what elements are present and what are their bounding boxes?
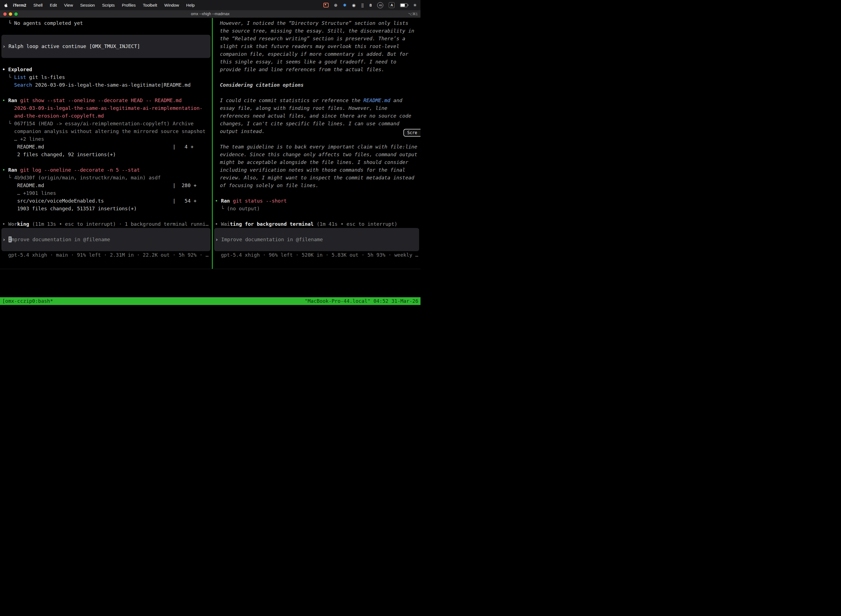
model-status-line: gpt-5.4 xhigh · main · 91% left · 2.31M … (0, 251, 212, 259)
prompt-input[interactable]: › Improve documentation in @filename (1, 228, 211, 251)
menu-toolbelt[interactable]: Toolbelt (139, 3, 161, 7)
git-show-arg-wrap-1: 2026-03-09-is-legal-the-same-as-legitima… (0, 104, 212, 112)
ralph-loop-text: Ralph loop active continue [OMX_TMUX_INJ… (9, 43, 140, 49)
ralph-loop-banner: › Ralph loop active continue [OMX_TMUX_I… (1, 35, 211, 58)
reasoning-heading: Considering citation options (213, 81, 420, 89)
git-log-stat-1: README.md | 280 + (0, 182, 212, 189)
screen-recording-indicator-icon[interactable] (323, 3, 329, 7)
gauge-circle-icon[interactable]: .61 (377, 2, 383, 8)
ran-git-status-row: • Ran git status --short (213, 197, 420, 205)
menu-iterm2[interactable]: iTerm2 (9, 3, 30, 7)
git-show-arg-wrap-2: and-the-erosion-of-copyleft.md (0, 112, 212, 120)
screen-overlay-tab[interactable]: Scre (403, 129, 420, 136)
app-circle-icon[interactable]: ◉ (352, 3, 356, 8)
tmux-session-name: [omx-cczip0:bash* (2, 297, 53, 305)
git-show-truncation: … +2 lines (0, 135, 212, 143)
battery-icon[interactable] (400, 3, 407, 7)
readme-link[interactable]: README.md (363, 97, 390, 103)
menu-edit[interactable]: Edit (46, 3, 60, 7)
tmux-host-time: "MacBook-Pro-44.local" 04:52 31-Mar-26 (305, 297, 418, 305)
run-bullet-icon: • (215, 198, 221, 204)
prompt-text: mprove documentation in @filename (12, 236, 110, 242)
menu-shell[interactable]: Shell (30, 3, 46, 7)
menu-help[interactable]: Help (183, 3, 198, 7)
tool-list-row: └ List git ls-files (0, 73, 212, 81)
run-bullet-icon: • (2, 167, 8, 173)
banner-chevron-icon: › (3, 43, 9, 49)
tmux-panes: └ No agents completed yet › Ralph loop a… (0, 18, 420, 269)
text-cursor: I (9, 236, 12, 242)
prompt-input-right[interactable]: › Improve documentation in @filename (214, 228, 419, 251)
git-log-stat-2: src/voice/voiceModeEnabled.ts | 54 + (0, 197, 212, 205)
reasoning-paragraph-1: However, I noticed the “Directory Struct… (220, 19, 419, 73)
swirl-app-icon[interactable]: ✱ (343, 3, 347, 8)
control-center-icon[interactable]: ✳ (413, 3, 417, 8)
menu-session[interactable]: Session (77, 3, 98, 7)
menu-profiles[interactable]: Profiles (119, 3, 139, 7)
explored-section-header: • Explored (0, 66, 212, 73)
dots-grid-icon[interactable]: ⣿ (361, 3, 364, 7)
git-show-stat-1: README.md | 4 + (0, 143, 212, 151)
waiting-status-row: • Waiting for background terminal (1m 41… (213, 220, 420, 228)
desktop-screen: iTerm2 Shell Edit View Session Scripts P… (0, 0, 420, 308)
tree-branch-glyph: └ (2, 74, 14, 80)
terminal-area: └ No agents completed yet › Ralph loop a… (0, 18, 420, 308)
left-terminal-pane: └ No agents completed yet › Ralph loop a… (0, 18, 212, 269)
a-app-icon[interactable]: A (389, 2, 394, 8)
run-bullet-icon: • (2, 97, 8, 103)
section-bullet-icon: • (2, 66, 8, 72)
window-shortcut-hint: ⌥⌘1 (408, 10, 418, 18)
reasoning-paragraph-2: I could cite commit statistics or refere… (220, 97, 419, 135)
spinner-bullet-icon: • (2, 221, 8, 227)
prompt-chevron-icon: › (3, 236, 9, 242)
git-status-output: └ (no output) (213, 205, 420, 213)
git-log-output-1: └ 4b9d30f (origin/main, instructkr/main,… (0, 174, 212, 182)
git-show-output-1: └ 067f154 (HEAD -> essay/ai-reimplementa… (0, 120, 212, 128)
prompt-chevron-icon: › (215, 236, 221, 242)
figure-eight-icon[interactable]: 8 (369, 3, 372, 7)
tmux-status-bar: [omx-cczip0:bash* "MacBook-Pro-44.local"… (0, 297, 420, 305)
ran-git-log-row: • Ran git log --oneline --decorate -n 5 … (0, 166, 212, 174)
menu-window[interactable]: Window (161, 3, 183, 7)
menu-bar: iTerm2 Shell Edit View Session Scripts P… (0, 0, 420, 10)
git-log-stat-3: 1903 files changed, 513517 insertions(+) (0, 205, 212, 213)
agents-completed-note: └ No agents completed yet (0, 19, 212, 27)
working-status-row: • Working (11m 13s • esc to interrupt) ·… (0, 220, 212, 228)
spinner-bullet-icon: • (215, 221, 221, 227)
globe-icon[interactable]: ⊕ (334, 3, 338, 8)
menu-view[interactable]: View (60, 3, 76, 7)
right-terminal-pane: However, I noticed the “Directory Struct… (213, 18, 420, 269)
model-status-line-right: gpt-5.4 xhigh · 96% left · 520K in · 5.8… (213, 251, 420, 259)
apple-logo-icon[interactable] (4, 3, 8, 7)
git-log-truncation: … +1901 lines (0, 189, 212, 197)
git-show-stat-2: 2 files changed, 92 insertions(+) (0, 151, 212, 158)
reasoning-paragraph-3: The team guideline is to back every impo… (220, 143, 419, 189)
prompt-text: Improve documentation in @filename (221, 236, 323, 242)
tool-search-row: Search 2026-03-09-is-legal-the-same-as-l… (0, 81, 212, 89)
git-show-output-2: companion analysis without altering the … (0, 128, 212, 135)
menu-bar-status-icons: ⊕ ✱ ◉ ⣿ 8 .61 A ✳ (323, 2, 417, 8)
menu-scripts[interactable]: Scripts (98, 3, 119, 7)
omx-status-bar: [OMX#0.11.9]cczip/essay/ai-reimplementat… (2, 274, 420, 282)
window-title-bar: omx --xhigh --madmax ⌥⌘1 (0, 10, 420, 18)
ran-git-show-row: • Ran git show --stat --oneline --decora… (0, 97, 212, 104)
window-title: omx --xhigh --madmax (0, 10, 420, 18)
